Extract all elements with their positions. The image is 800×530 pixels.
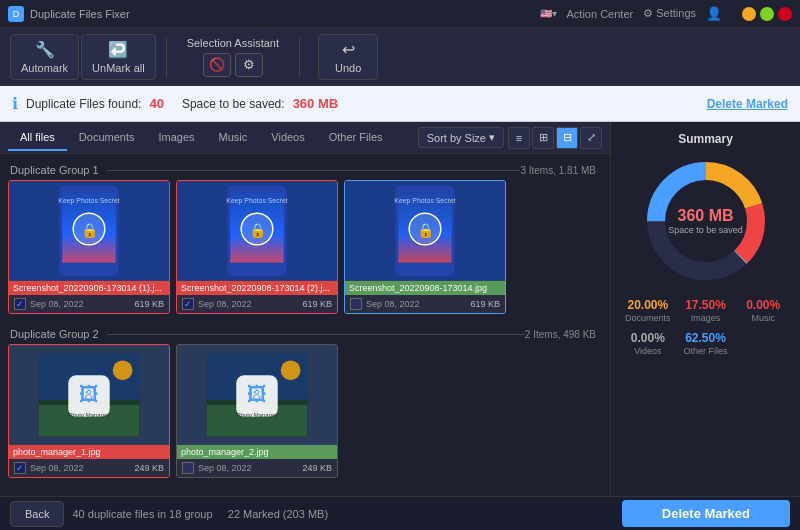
tab-all-files[interactable]: All files xyxy=(8,125,67,151)
space-size: 360 MB xyxy=(293,96,339,111)
app-icon: D xyxy=(8,6,24,22)
file-thumb[interactable]: 🔒 Keep Photos Secret Screenshot_20220908… xyxy=(176,180,338,314)
view-list-btn[interactable]: ≡ xyxy=(508,127,530,149)
tab-images[interactable]: Images xyxy=(146,125,206,151)
selection-icons: 🚫 ⚙ xyxy=(203,53,263,77)
selection-assistant-group: Selection Assistant 🚫 ⚙ xyxy=(187,37,279,77)
user-icon: 👤 xyxy=(706,6,722,21)
duplicate-count: 40 xyxy=(149,96,163,111)
unmark-label: UnMark all xyxy=(92,62,145,74)
titlebar-right: 🇺🇸▾ Action Center ⚙ Settings 👤 xyxy=(540,6,792,21)
file-name-bar-5: photo_manager_2.jpg xyxy=(177,445,337,459)
maximize-btn[interactable] xyxy=(760,7,774,21)
back-button[interactable]: Back xyxy=(10,501,64,527)
stat-label-documents: Documents xyxy=(621,313,675,323)
sort-label: Sort by Size xyxy=(427,132,486,144)
unmark-all-button[interactable]: ↩️ UnMark all xyxy=(81,34,156,80)
file-name-bar-2: Screenshot_20220908-173014 (2).j... xyxy=(177,281,337,295)
found-label: Duplicate Files found: xyxy=(26,97,141,111)
file-date-3: Sep 08, 2022 xyxy=(366,299,466,309)
file-date-5: Sep 08, 2022 xyxy=(198,463,298,473)
file-size-1: 619 KB xyxy=(134,299,164,309)
svg-text:🖼: 🖼 xyxy=(79,383,99,405)
file-thumb[interactable]: 🖼 Photo Manager photo_manager_1.jpg ✓ Se… xyxy=(8,344,170,478)
tab-other-files[interactable]: Other Files xyxy=(317,125,395,151)
group-2-info: 2 Items, 498 KB xyxy=(525,329,600,340)
tab-documents[interactable]: Documents xyxy=(67,125,147,151)
group-1-header: Duplicate Group 1 3 Items, 1.81 MB xyxy=(8,158,602,180)
selection-icon-1[interactable]: 🚫 xyxy=(203,53,231,77)
stat-other: 62.50% Other Files xyxy=(679,331,733,356)
space-label: Space to be saved: xyxy=(182,97,285,111)
stat-music: 0.00% Music xyxy=(736,298,790,323)
group-1-info: 3 Items, 1.81 MB xyxy=(520,165,600,176)
group-1-items: 🔒 Keep Photos Secret Screenshot_20220908… xyxy=(8,180,602,314)
group-2-line xyxy=(107,334,525,335)
automark-icon: 🔧 xyxy=(35,40,55,59)
infobar: ℹ Duplicate Files found: 40 Space to be … xyxy=(0,86,800,122)
stat-label-videos: Videos xyxy=(621,346,675,356)
stat-videos: 0.00% Videos xyxy=(621,331,675,356)
undo-icon: ↩ xyxy=(342,40,355,59)
toolbar-sep-2 xyxy=(299,37,300,77)
status-text: 40 duplicate files in 18 group 22 Marked… xyxy=(72,508,621,520)
donut-chart: 360 MB Space to be saved xyxy=(621,156,790,286)
file-thumb[interactable]: 🔒 Keep Photos Secret Screenshot_20220908… xyxy=(344,180,506,314)
undo-label: Undo xyxy=(335,62,361,74)
titlebar: D Duplicate Files Fixer 🇺🇸▾ Action Cente… xyxy=(0,0,800,28)
view-details-btn[interactable]: ⊞ xyxy=(532,127,554,149)
file-checkbox-4[interactable]: ✓ xyxy=(14,462,26,474)
file-thumb[interactable]: 🖼 Photo Manager photo_manager_2.jpg Sep … xyxy=(176,344,338,478)
svg-text:Keep Photos Secret: Keep Photos Secret xyxy=(58,197,120,205)
bottombar: Back 40 duplicate files in 18 group 22 M… xyxy=(0,496,800,530)
file-date-2: Sep 08, 2022 xyxy=(198,299,298,309)
file-list: Duplicate Group 1 3 Items, 1.81 MB xyxy=(0,154,610,496)
sort-by-size-button[interactable]: Sort by Size ▾ xyxy=(418,127,504,148)
settings-btn[interactable]: ⚙ Settings xyxy=(643,7,696,20)
stat-label-other: Other Files xyxy=(679,346,733,356)
stat-label-music: Music xyxy=(736,313,790,323)
svg-point-27 xyxy=(113,360,133,380)
file-name-bar-1: Screenshot_20220908-173014 (1).j... xyxy=(9,281,169,295)
svg-text:Keep Photos Secret: Keep Photos Secret xyxy=(226,197,288,205)
svg-text:Photo Manager: Photo Manager xyxy=(237,412,277,418)
delete-marked-link[interactable]: Delete Marked xyxy=(707,97,788,111)
status-duplicates: 40 duplicate files in 18 group xyxy=(72,508,212,520)
file-size-4: 249 KB xyxy=(134,463,164,473)
svg-text:🔒: 🔒 xyxy=(417,222,435,239)
view-grid-btn[interactable]: ⊟ xyxy=(556,127,578,149)
donut-sub: Space to be saved xyxy=(668,225,743,235)
stat-label-images: Images xyxy=(679,313,733,323)
file-name-bar-3: Screenshot_20220908-173014.jpg xyxy=(345,281,505,295)
file-checkbox-5[interactable] xyxy=(182,462,194,474)
stats-grid: 20.00% Documents 17.50% Images 0.00% Mus… xyxy=(621,298,790,356)
selection-icon-2[interactable]: ⚙ xyxy=(235,53,263,77)
close-btn[interactable] xyxy=(778,7,792,21)
summary-panel: Summary 360 MB Space to be saved xyxy=(610,122,800,496)
file-size-3: 619 KB xyxy=(470,299,500,309)
file-checkbox-3[interactable] xyxy=(350,298,362,310)
view-expand-btn[interactable]: ⤢ xyxy=(580,127,602,149)
svg-text:Photo Manager: Photo Manager xyxy=(69,412,109,418)
stat-pct-music: 0.00% xyxy=(736,298,790,312)
file-date-4: Sep 08, 2022 xyxy=(30,463,130,473)
tabs-right: Sort by Size ▾ ≡ ⊞ ⊟ ⤢ xyxy=(418,127,602,149)
stat-pct-videos: 0.00% xyxy=(621,331,675,345)
file-meta-2: ✓ Sep 08, 2022 619 KB xyxy=(177,295,337,313)
delete-marked-button[interactable]: Delete Marked xyxy=(622,500,790,527)
undo-button[interactable]: ↩ Undo xyxy=(318,34,378,80)
file-checkbox-2[interactable]: ✓ xyxy=(182,298,194,310)
automark-button[interactable]: 🔧 Automark xyxy=(10,34,79,80)
app-title: Duplicate Files Fixer xyxy=(30,8,540,20)
sort-chevron-icon: ▾ xyxy=(489,131,495,144)
file-checkbox-1[interactable]: ✓ xyxy=(14,298,26,310)
thumb-image-2: 🔒 Keep Photos Secret xyxy=(177,181,337,281)
tab-music[interactable]: Music xyxy=(207,125,260,151)
minimize-btn[interactable] xyxy=(742,7,756,21)
action-center-btn[interactable]: Action Center xyxy=(567,8,634,20)
file-tabs: All files Documents Images Music Videos … xyxy=(0,122,610,154)
file-thumb[interactable]: 🔒 Keep Photos Secret Screenshot_20220908… xyxy=(8,180,170,314)
tab-videos[interactable]: Videos xyxy=(259,125,316,151)
svg-text:🖼: 🖼 xyxy=(247,383,267,405)
info-icon: ℹ xyxy=(12,94,18,113)
